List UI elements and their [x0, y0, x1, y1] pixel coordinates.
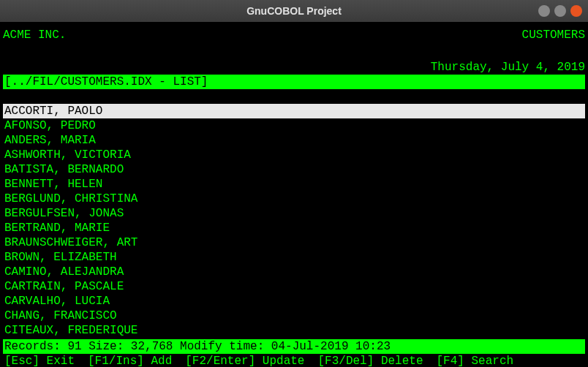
- fn-f2-update[interactable]: [F2/Enter] Update: [185, 354, 304, 367]
- window-controls: [538, 5, 582, 17]
- list-item[interactable]: BRAUNSCHWEIGER, ART: [3, 235, 585, 250]
- app-header: ACME INC. CUSTOMERS: [3, 25, 585, 45]
- maximize-icon[interactable]: [554, 5, 566, 17]
- function-key-bar: [Esc] Exit [F1/Ins] Add [F2/Enter] Updat…: [3, 354, 585, 367]
- screen-name: CUSTOMERS: [522, 28, 585, 42]
- company-name: ACME INC.: [3, 28, 66, 42]
- fn-esc-exit[interactable]: [Esc] Exit: [4, 354, 75, 367]
- window-title: GnuCOBOL Project: [246, 5, 342, 17]
- fn-f4-search[interactable]: [F4] Search: [437, 354, 514, 367]
- list-item[interactable]: BERGLUND, CHRISTINA: [3, 192, 585, 206]
- list-item[interactable]: CARVALHO, LUCIA: [3, 294, 585, 309]
- list-item[interactable]: ACCORTI, PAOLO: [3, 104, 585, 118]
- current-date: Thursday, July 4, 2019: [3, 60, 585, 75]
- close-icon[interactable]: [570, 5, 582, 17]
- list-item[interactable]: BERGULFSEN, JONAS: [3, 206, 585, 221]
- terminal-area: ACME INC. CUSTOMERS Thursday, July 4, 20…: [0, 22, 588, 367]
- window-titlebar: GnuCOBOL Project: [0, 0, 588, 22]
- customer-list[interactable]: ACCORTI, PAOLOAFONSO, PEDROANDERS, MARIA…: [3, 104, 585, 338]
- list-item[interactable]: BROWN, ELIZABETH: [3, 250, 585, 265]
- list-item[interactable]: BATISTA, BERNARDO: [3, 162, 585, 177]
- list-item[interactable]: CARTRAIN, PASCALE: [3, 279, 585, 294]
- fn-f1-add[interactable]: [F1/Ins] Add: [88, 354, 172, 367]
- spacer: [3, 45, 585, 60]
- list-item[interactable]: CHANG, FRANCISCO: [3, 309, 585, 323]
- list-item[interactable]: AFONSO, PEDRO: [3, 118, 585, 133]
- context-bar: [../FIL/CUSTOMERS.IDX - LIST]: [3, 75, 585, 89]
- list-item[interactable]: CITEAUX, FREDERIQUE: [3, 323, 585, 338]
- list-item[interactable]: ANDERS, MARIA: [3, 133, 585, 148]
- minimize-icon[interactable]: [538, 5, 550, 17]
- list-item[interactable]: ASHWORTH, VICTORIA: [3, 148, 585, 162]
- list-item[interactable]: BERTRAND, MARIE: [3, 221, 585, 235]
- status-bar: Records: 91 Size: 32,768 Modify time: 04…: [3, 339, 585, 354]
- fn-f3-delete[interactable]: [F3/Del] Delete: [317, 354, 423, 367]
- list-item[interactable]: BENNETT, HELEN: [3, 177, 585, 192]
- list-item[interactable]: CAMINO, ALEJANDRA: [3, 265, 585, 279]
